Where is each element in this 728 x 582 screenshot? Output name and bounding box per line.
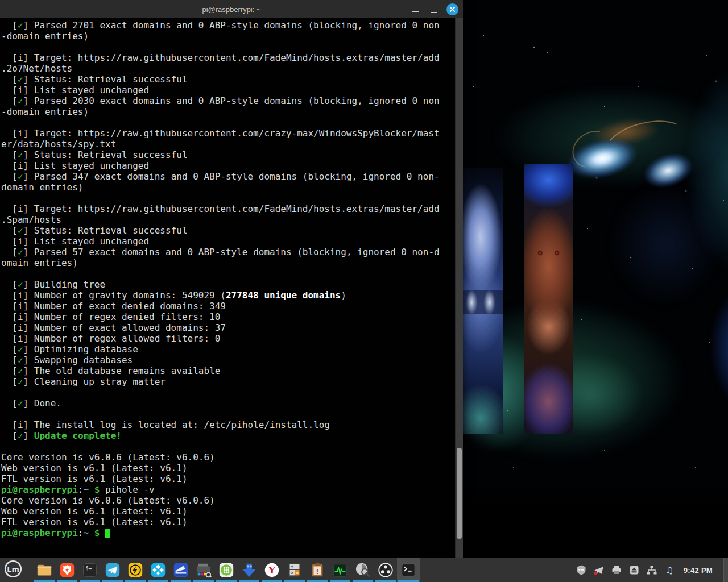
terminal-line: [i] Target: https://raw.githubuserconten… xyxy=(1,128,463,139)
terminal-line: [i] Number of gravity domains: 549029 (2… xyxy=(1,290,463,301)
running-indicator xyxy=(80,580,100,582)
tray-network-wired-icon[interactable] xyxy=(646,564,657,576)
terminal-line xyxy=(1,441,463,452)
clock[interactable]: 9:42 PM xyxy=(681,566,715,575)
mint-menu-button[interactable]: Lm xyxy=(0,558,26,582)
running-indicator xyxy=(102,580,123,582)
terminal-line: [i] Number of regex denied filters: 10 xyxy=(1,311,463,322)
svg-text:=: = xyxy=(296,570,299,576)
terminal-line xyxy=(1,268,463,279)
running-indicator xyxy=(57,580,77,582)
taskbar-app-disk-usage-analyzer[interactable] xyxy=(351,558,374,582)
terminal-line: [✓] Swapping databases xyxy=(1,355,463,365)
terminal-scrollbar[interactable] xyxy=(455,18,463,558)
scrollbar-thumb[interactable] xyxy=(457,448,462,539)
taskbar-app-yandex-browser[interactable]: Y xyxy=(260,558,283,582)
svg-text:+: + xyxy=(291,564,293,569)
appimage-launcher-icon xyxy=(127,562,144,579)
terminal-line: pi@raspberrypi:~ $ xyxy=(1,527,463,538)
terminal-app-icon: $ xyxy=(81,562,98,579)
terminal-line: FTL version is v6.1 (Latest: v6.1) xyxy=(1,473,463,484)
taskbar-apps: $Y+-×=! xyxy=(33,558,420,582)
terminal-line: [✓] Cleaning up stray matter xyxy=(1,376,463,387)
tray-removable-media-icon[interactable] xyxy=(628,564,640,576)
svg-text:Y: Y xyxy=(268,564,276,576)
mint-menu-icon: Lm xyxy=(3,559,23,581)
system-tray: ♫9:42 PM xyxy=(576,558,728,582)
nebula-right-blue xyxy=(688,273,728,421)
terminal-line: [✓] Optimizing database xyxy=(1,344,463,355)
svg-text:-: - xyxy=(296,564,298,569)
terminal-window-icon xyxy=(400,562,417,579)
ship-orange-wisp xyxy=(581,108,671,156)
running-indicator xyxy=(398,580,419,582)
alien-eyes xyxy=(458,290,503,314)
terminal-line: Web version is v6.1 (Latest: v6.1) xyxy=(1,463,463,473)
taskbar-app-obs-studio[interactable] xyxy=(374,558,397,582)
glowing-ship-tail xyxy=(623,134,714,207)
running-indicator xyxy=(330,580,350,582)
svg-text:×: × xyxy=(291,570,293,576)
taskbar-app-calculator[interactable]: +-×= xyxy=(283,558,306,582)
terminal-line: [i] The install log is located at: /etc/… xyxy=(1,419,463,430)
taskbar-app-package-alert[interactable]: ! xyxy=(306,558,329,582)
terminal-line: .2o7Net/hosts xyxy=(1,63,463,74)
ship-trail-arc xyxy=(598,113,695,180)
tray-audio-player-icon[interactable]: ♫ xyxy=(664,564,675,576)
terminal-cursor xyxy=(105,529,110,538)
taskbar-app-terminal-app[interactable]: $ xyxy=(78,558,101,582)
disk-usage-analyzer-icon xyxy=(354,562,371,579)
svg-text:!: ! xyxy=(316,567,318,576)
tray-printer-status-icon[interactable] xyxy=(611,564,622,576)
terminal-line: [✓] The old database remains available xyxy=(1,365,463,376)
desktop: pi@raspberrypi: ~ [✓] Parsed 2701 exact … xyxy=(0,0,728,582)
terminal-line: [✓] Update complete! xyxy=(1,430,463,441)
taskbar-app-document-scanner[interactable] xyxy=(169,558,192,582)
maximize-button[interactable] xyxy=(428,3,440,15)
terminal-line xyxy=(1,193,463,203)
telegram-icon xyxy=(104,562,121,579)
document-scanner-icon xyxy=(172,562,189,579)
taskbar-app-appimage-launcher[interactable] xyxy=(124,558,147,582)
taskbar-app-terminal-window[interactable] xyxy=(397,558,420,582)
file-manager-icon xyxy=(36,562,53,579)
taskbar-app-file-manager[interactable] xyxy=(33,558,56,582)
terminal-line: [i] Target: https://raw.githubuserconten… xyxy=(1,52,463,63)
terminal-line: -domain entries) xyxy=(1,31,463,41)
system-monitor-icon xyxy=(332,562,349,579)
package-alert-icon: ! xyxy=(309,562,326,579)
taskbar-app-printer-settings[interactable] xyxy=(192,558,215,582)
terminal-line: [✓] Status: Retrieval successful xyxy=(1,149,463,160)
show-desktop-button[interactable] xyxy=(723,558,728,582)
running-indicator xyxy=(239,580,259,582)
brave-browser-icon xyxy=(59,562,76,579)
running-indicator xyxy=(148,580,168,582)
tray-telegram-status-icon[interactable] xyxy=(593,564,605,576)
running-indicator xyxy=(34,580,55,582)
terminal-titlebar[interactable]: pi@raspberrypi: ~ xyxy=(0,0,463,19)
nebula-right xyxy=(654,63,728,301)
nebula-haze xyxy=(597,171,728,318)
terminal-line: [i] Number of exact allowed domains: 37 xyxy=(1,322,463,333)
taskbar-app-system-monitor[interactable] xyxy=(329,558,351,582)
terminal-output[interactable]: [✓] Parsed 2701 exact domains and 0 ABP-… xyxy=(0,18,463,558)
taskbar-app-telegram[interactable] xyxy=(101,558,124,582)
window-controls xyxy=(410,0,458,18)
close-button[interactable] xyxy=(446,3,458,15)
taskbar-app-app-grid[interactable] xyxy=(215,558,238,582)
terminal-window: pi@raspberrypi: ~ [✓] Parsed 2701 exact … xyxy=(0,0,463,558)
terminal-line: pi@raspberrypi:~ $ pihole -v xyxy=(1,484,463,495)
terminal-line: [✓] Parsed 2701 exact domains and 0 ABP-… xyxy=(1,20,463,31)
terminal-line: [✓] Parsed 57 exact domains and 0 ABP-st… xyxy=(1,247,463,257)
minimize-button[interactable] xyxy=(410,3,422,15)
tray-vault-icon[interactable] xyxy=(576,564,587,576)
running-indicator xyxy=(262,580,282,582)
terminal-line: [✓] Done. xyxy=(1,398,463,409)
terminal-line: FTL version is v6.1 (Latest: v6.1) xyxy=(1,517,463,527)
terminal-line: [✓] Status: Retrieval successful xyxy=(1,74,463,85)
taskbar-app-brave-browser[interactable] xyxy=(56,558,78,582)
taskbar-app-download-manager[interactable] xyxy=(238,558,260,582)
terminal-line: -domain entries) xyxy=(1,106,463,117)
terminal-line: [✓] Parsed 347 exact domains and 0 ABP-s… xyxy=(1,171,463,182)
taskbar-app-kodi[interactable] xyxy=(147,558,169,582)
